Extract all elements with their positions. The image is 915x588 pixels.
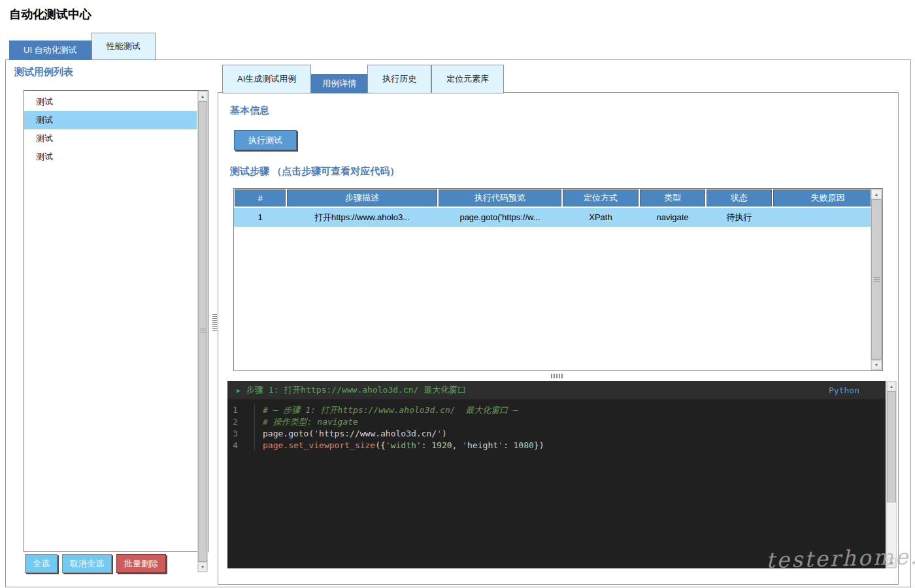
code-language-label: Python [829, 385, 876, 395]
run-test-button[interactable]: 执行测试 [234, 130, 297, 150]
column-header-2: 步骤描述 [287, 189, 437, 206]
main-tab-2[interactable]: 性能测试 [92, 33, 156, 60]
step-cell: 待执行 [707, 212, 772, 223]
scrollbar-grip-icon [200, 329, 206, 335]
case-list-item-4[interactable]: 测试 [24, 148, 197, 166]
scrollbar-thumb[interactable] [198, 101, 207, 562]
step-cell: page.goto('https://w... [439, 212, 561, 222]
detail-tab-1[interactable]: AI生成测试用例 [222, 65, 311, 93]
code-token: ({ [375, 440, 386, 450]
vertical-splitter-handle[interactable] [212, 314, 217, 331]
unselect-all-button[interactable]: 取消全选 [62, 554, 112, 573]
code-token: 1080 [514, 440, 534, 450]
case-list-title: 测试用例列表 [14, 66, 73, 78]
select-all-button[interactable]: 全选 [25, 554, 58, 573]
code-token: ' [437, 429, 442, 438]
case-list-item-3[interactable]: 测试 [24, 129, 197, 148]
code-token: page.set_viewport_size [263, 440, 375, 450]
code-token: ) [442, 429, 447, 438]
detail-tab-bar: AI生成测试用例用例详情执行历史定位元素库 [222, 65, 504, 93]
case-list-item-2[interactable]: 测试 [24, 111, 197, 129]
code-token: : [503, 440, 514, 450]
code-panel-scrollbar[interactable]: ▲ ▼ [886, 381, 897, 568]
step-cell: navigate [640, 212, 705, 222]
main-tab-1[interactable]: UI 自动化测试 [9, 41, 92, 60]
code-text: # 操作类型: navigate [263, 416, 358, 428]
code-panel: ▶ 步骤 1: 打开https://www.aholo3d.cn/ 最大化窗口 … [227, 381, 886, 568]
play-icon[interactable]: ▶ [237, 387, 241, 394]
code-step-title: 步骤 1: 打开https://www.aholo3d.cn/ 最大化窗口 [246, 384, 466, 396]
scroll-up-icon[interactable]: ▲ [198, 91, 207, 101]
steps-table-scrollbar[interactable]: ▲ ▼ [871, 189, 882, 370]
horizontal-splitter-handle[interactable] [551, 374, 564, 378]
code-line: 4page.set_viewport_size({'width': 1920, … [227, 440, 886, 451]
code-token: ' [386, 440, 391, 450]
scrollbar-track[interactable] [871, 199, 882, 360]
column-header-1: # [235, 189, 286, 206]
line-number: 2 [227, 416, 255, 428]
code-token: : [422, 440, 432, 450]
detail-tab-3[interactable]: 执行历史 [367, 65, 431, 93]
scrollbar-track[interactable] [887, 391, 896, 558]
code-token: }) [534, 440, 544, 450]
code-token: ' [416, 440, 422, 450]
code-token: , [452, 440, 463, 450]
steps-table-body: 1打开https://www.aholo3...page.goto('https… [234, 208, 882, 227]
line-number: 3 [227, 428, 255, 440]
code-token: ' [314, 429, 319, 438]
code-token: height [467, 440, 498, 450]
code-token: ' [462, 440, 467, 450]
line-number: 1 [227, 404, 255, 416]
code-token: width [391, 440, 416, 450]
basic-info-title: 基本信息 [230, 105, 269, 117]
case-list-item-1[interactable]: 测试 [24, 93, 197, 111]
steps-table: #步骤描述执行代码预览定位方式类型状态失败原因 1打开https://www.a… [233, 188, 883, 371]
page-title: 自动化测试中心 [9, 7, 92, 22]
code-text: page.set_viewport_size({'width': 1920, '… [263, 440, 544, 451]
code-panel-header: ▶ 步骤 1: 打开https://www.aholo3d.cn/ 最大化窗口 … [227, 381, 886, 399]
code-token: https://www.aholo3d.cn/ [319, 429, 437, 438]
scrollbar-thumb[interactable] [887, 391, 896, 502]
case-list-actions: 全选取消全选批量删除 [25, 554, 166, 573]
step-cell: XPath [563, 212, 639, 222]
code-text: page.goto('https://www.aholo3d.cn/') [263, 428, 447, 440]
detail-tab-4[interactable]: 定位元素库 [431, 65, 504, 93]
code-line: 3page.goto('https://www.aholo3d.cn/') [227, 428, 886, 440]
code-token: 1920 [431, 440, 452, 450]
detail-tab-2[interactable]: 用例详情 [311, 74, 367, 93]
step-cell: 1 [235, 212, 286, 222]
case-listbox: 测试测试测试测试 [24, 90, 208, 552]
scrollbar-track[interactable] [198, 101, 207, 562]
code-token: # — 步骤 1: 打开https://www.aholo3d.cn/ 最大化窗… [263, 405, 518, 415]
column-header-5: 类型 [640, 189, 705, 206]
column-header-4: 定位方式 [563, 189, 639, 206]
scroll-up-icon[interactable]: ▲ [871, 189, 882, 199]
code-editor: 1# — 步骤 1: 打开https://www.aholo3d.cn/ 最大化… [227, 399, 886, 451]
scrollbar-thumb[interactable] [871, 199, 882, 360]
test-steps-title: 测试步骤 （点击步骤可查看对应代码） [230, 165, 399, 178]
scroll-down-icon[interactable]: ▼ [198, 562, 207, 572]
step-cell: 打开https://www.aholo3... [287, 212, 437, 223]
step-row-1[interactable]: 1打开https://www.aholo3...page.goto('https… [234, 208, 882, 227]
case-list-scrollbar[interactable]: ▲ ▼ [197, 91, 208, 572]
code-token: # 操作类型: navigate [263, 417, 358, 427]
code-line: 2# 操作类型: navigate [227, 416, 886, 428]
line-number: 4 [227, 440, 255, 451]
steps-table-header: #步骤描述执行代码预览定位方式类型状态失败原因 [234, 189, 882, 208]
code-line: 1# — 步骤 1: 打开https://www.aholo3d.cn/ 最大化… [227, 404, 886, 416]
scroll-down-icon[interactable]: ▼ [887, 558, 896, 568]
batch-delete-button[interactable]: 批量删除 [116, 554, 166, 573]
column-header-6: 状态 [707, 189, 772, 206]
column-header-3: 执行代码预览 [439, 189, 561, 206]
column-header-7: 失败原因 [773, 189, 882, 206]
scrollbar-grip-icon [874, 277, 880, 283]
code-token: ' [498, 440, 503, 450]
code-text: # — 步骤 1: 打开https://www.aholo3d.cn/ 最大化窗… [263, 404, 518, 416]
code-token: page.goto( [263, 429, 314, 438]
scrollbar-track-fill [887, 502, 896, 558]
scroll-down-icon[interactable]: ▼ [871, 360, 882, 370]
main-tab-bar: UI 自动化测试性能测试 [9, 33, 156, 60]
scroll-up-icon[interactable]: ▲ [887, 382, 896, 391]
